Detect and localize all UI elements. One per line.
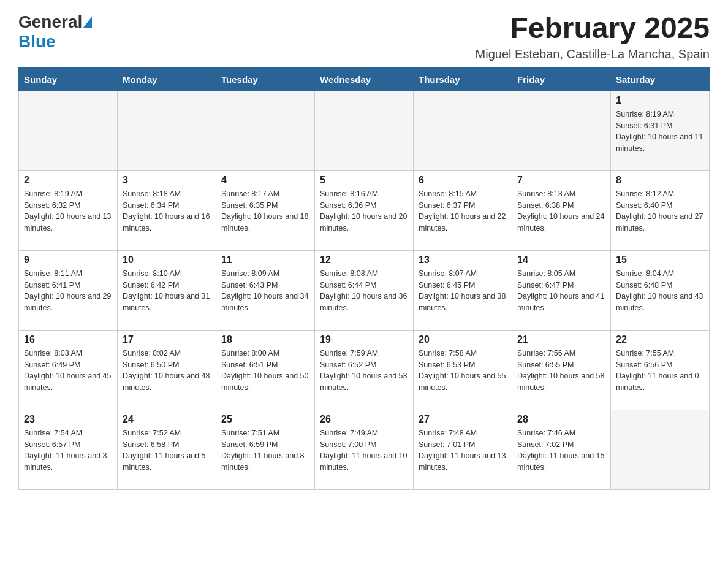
- day-info: Sunrise: 7:56 AM Sunset: 6:55 PM Dayligh…: [517, 348, 605, 394]
- day-info: Sunrise: 8:10 AM Sunset: 6:42 PM Dayligh…: [123, 268, 211, 314]
- day-number: 8: [616, 175, 704, 186]
- calendar-cell: [414, 91, 512, 170]
- calendar-cell: 5Sunrise: 8:16 AM Sunset: 6:36 PM Daylig…: [315, 170, 414, 250]
- calendar-cell: 22Sunrise: 7:55 AM Sunset: 6:56 PM Dayli…: [611, 330, 710, 410]
- calendar-cell: 26Sunrise: 7:49 AM Sunset: 7:00 PM Dayli…: [315, 410, 414, 489]
- day-info: Sunrise: 7:55 AM Sunset: 6:56 PM Dayligh…: [616, 348, 704, 394]
- day-info: Sunrise: 7:59 AM Sunset: 6:52 PM Dayligh…: [320, 348, 408, 394]
- calendar-cell: 19Sunrise: 7:59 AM Sunset: 6:52 PM Dayli…: [315, 330, 414, 410]
- calendar-cell: 14Sunrise: 8:05 AM Sunset: 6:47 PM Dayli…: [512, 250, 611, 330]
- calendar-cell: [118, 91, 216, 170]
- weekday-header-thursday: Thursday: [414, 67, 512, 91]
- page-header: General Blue February 2025 Miguel Esteba…: [18, 12, 710, 61]
- calendar-week-1: 1Sunrise: 8:19 AM Sunset: 6:31 PM Daylig…: [19, 91, 710, 170]
- day-info: Sunrise: 8:05 AM Sunset: 6:47 PM Dayligh…: [517, 268, 605, 314]
- calendar-cell: [216, 91, 315, 170]
- calendar-week-3: 9Sunrise: 8:11 AM Sunset: 6:41 PM Daylig…: [19, 250, 710, 330]
- day-number: 9: [24, 255, 112, 266]
- calendar-cell: 3Sunrise: 8:18 AM Sunset: 6:34 PM Daylig…: [118, 170, 216, 250]
- calendar-cell: 8Sunrise: 8:12 AM Sunset: 6:40 PM Daylig…: [611, 170, 710, 250]
- calendar-cell: 13Sunrise: 8:07 AM Sunset: 6:45 PM Dayli…: [414, 250, 512, 330]
- day-number: 14: [517, 255, 605, 266]
- calendar-cell: 11Sunrise: 8:09 AM Sunset: 6:43 PM Dayli…: [216, 250, 315, 330]
- day-number: 26: [320, 414, 408, 425]
- day-number: 23: [24, 414, 112, 425]
- calendar-cell: 2Sunrise: 8:19 AM Sunset: 6:32 PM Daylig…: [19, 170, 118, 250]
- day-info: Sunrise: 8:16 AM Sunset: 6:36 PM Dayligh…: [320, 188, 408, 234]
- day-number: 7: [517, 175, 605, 186]
- day-number: 12: [320, 255, 408, 266]
- calendar-cell: [315, 91, 414, 170]
- day-number: 13: [419, 255, 507, 266]
- day-number: 4: [221, 175, 309, 186]
- day-number: 28: [517, 414, 605, 425]
- day-info: Sunrise: 7:51 AM Sunset: 6:59 PM Dayligh…: [221, 427, 309, 473]
- calendar-cell: 9Sunrise: 8:11 AM Sunset: 6:41 PM Daylig…: [19, 250, 118, 330]
- day-number: 20: [419, 334, 507, 345]
- weekday-header-monday: Monday: [118, 67, 216, 91]
- calendar-cell: 7Sunrise: 8:13 AM Sunset: 6:38 PM Daylig…: [512, 170, 611, 250]
- day-info: Sunrise: 8:08 AM Sunset: 6:44 PM Dayligh…: [320, 268, 408, 314]
- calendar-cell: 1Sunrise: 8:19 AM Sunset: 6:31 PM Daylig…: [611, 91, 710, 170]
- day-info: Sunrise: 8:04 AM Sunset: 6:48 PM Dayligh…: [616, 268, 704, 314]
- day-info: Sunrise: 8:07 AM Sunset: 6:45 PM Dayligh…: [419, 268, 507, 314]
- day-info: Sunrise: 8:11 AM Sunset: 6:41 PM Dayligh…: [24, 268, 112, 314]
- day-info: Sunrise: 8:03 AM Sunset: 6:49 PM Dayligh…: [24, 348, 112, 394]
- calendar-week-2: 2Sunrise: 8:19 AM Sunset: 6:32 PM Daylig…: [19, 170, 710, 250]
- calendar-cell: 28Sunrise: 7:46 AM Sunset: 7:02 PM Dayli…: [512, 410, 611, 489]
- day-number: 15: [616, 255, 704, 266]
- day-info: Sunrise: 8:13 AM Sunset: 6:38 PM Dayligh…: [517, 188, 605, 234]
- weekday-header-saturday: Saturday: [611, 67, 710, 91]
- day-number: 11: [221, 255, 309, 266]
- day-number: 17: [123, 334, 211, 345]
- month-title: February 2025: [476, 12, 710, 45]
- day-number: 24: [123, 414, 211, 425]
- calendar-cell: 21Sunrise: 7:56 AM Sunset: 6:55 PM Dayli…: [512, 330, 611, 410]
- weekday-header-row: SundayMondayTuesdayWednesdayThursdayFrid…: [19, 67, 710, 91]
- calendar-week-4: 16Sunrise: 8:03 AM Sunset: 6:49 PM Dayli…: [19, 330, 710, 410]
- day-number: 3: [123, 175, 211, 186]
- calendar-cell: 18Sunrise: 8:00 AM Sunset: 6:51 PM Dayli…: [216, 330, 315, 410]
- day-info: Sunrise: 7:49 AM Sunset: 7:00 PM Dayligh…: [320, 427, 408, 473]
- day-info: Sunrise: 7:58 AM Sunset: 6:53 PM Dayligh…: [419, 348, 507, 394]
- calendar-cell: 10Sunrise: 8:10 AM Sunset: 6:42 PM Dayli…: [118, 250, 216, 330]
- calendar-week-5: 23Sunrise: 7:54 AM Sunset: 6:57 PM Dayli…: [19, 410, 710, 489]
- day-info: Sunrise: 8:19 AM Sunset: 6:32 PM Dayligh…: [24, 188, 112, 234]
- day-number: 5: [320, 175, 408, 186]
- calendar-cell: [611, 410, 710, 489]
- calendar-cell: 4Sunrise: 8:17 AM Sunset: 6:35 PM Daylig…: [216, 170, 315, 250]
- logo-general-text: General: [18, 12, 82, 32]
- day-number: 22: [616, 334, 704, 345]
- calendar-cell: 24Sunrise: 7:52 AM Sunset: 6:58 PM Dayli…: [118, 410, 216, 489]
- day-number: 19: [320, 334, 408, 345]
- calendar-cell: 12Sunrise: 8:08 AM Sunset: 6:44 PM Dayli…: [315, 250, 414, 330]
- day-info: Sunrise: 8:09 AM Sunset: 6:43 PM Dayligh…: [221, 268, 309, 314]
- logo-blue-text: Blue: [18, 32, 56, 51]
- day-info: Sunrise: 8:00 AM Sunset: 6:51 PM Dayligh…: [221, 348, 309, 394]
- calendar-cell: 23Sunrise: 7:54 AM Sunset: 6:57 PM Dayli…: [19, 410, 118, 489]
- calendar-cell: 27Sunrise: 7:48 AM Sunset: 7:01 PM Dayli…: [414, 410, 512, 489]
- day-info: Sunrise: 8:17 AM Sunset: 6:35 PM Dayligh…: [221, 188, 309, 234]
- day-number: 10: [123, 255, 211, 266]
- calendar-cell: 17Sunrise: 8:02 AM Sunset: 6:50 PM Dayli…: [118, 330, 216, 410]
- calendar-cell: 15Sunrise: 8:04 AM Sunset: 6:48 PM Dayli…: [611, 250, 710, 330]
- calendar-table: SundayMondayTuesdayWednesdayThursdayFrid…: [18, 67, 710, 490]
- day-info: Sunrise: 8:19 AM Sunset: 6:31 PM Dayligh…: [616, 109, 704, 155]
- day-info: Sunrise: 8:15 AM Sunset: 6:37 PM Dayligh…: [419, 188, 507, 234]
- day-info: Sunrise: 7:54 AM Sunset: 6:57 PM Dayligh…: [24, 427, 112, 473]
- weekday-header-sunday: Sunday: [19, 67, 118, 91]
- day-number: 21: [517, 334, 605, 345]
- day-number: 18: [221, 334, 309, 345]
- logo: General Blue: [18, 12, 93, 52]
- day-info: Sunrise: 8:12 AM Sunset: 6:40 PM Dayligh…: [616, 188, 704, 234]
- day-info: Sunrise: 7:48 AM Sunset: 7:01 PM Dayligh…: [419, 427, 507, 473]
- day-number: 25: [221, 414, 309, 425]
- calendar-cell: 20Sunrise: 7:58 AM Sunset: 6:53 PM Dayli…: [414, 330, 512, 410]
- day-number: 2: [24, 175, 112, 186]
- day-number: 16: [24, 334, 112, 345]
- calendar-cell: [512, 91, 611, 170]
- calendar-cell: 25Sunrise: 7:51 AM Sunset: 6:59 PM Dayli…: [216, 410, 315, 489]
- logo-triangle-icon: [83, 17, 92, 28]
- weekday-header-friday: Friday: [512, 67, 611, 91]
- day-number: 1: [616, 95, 704, 106]
